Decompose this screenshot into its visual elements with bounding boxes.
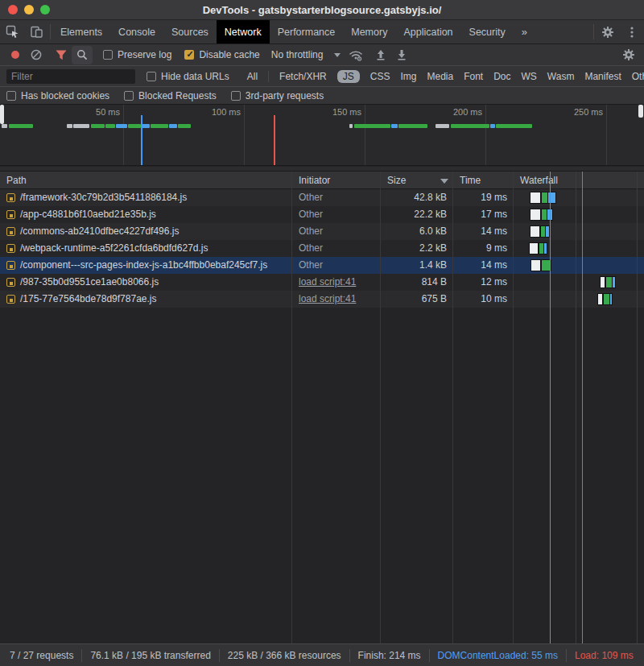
kebab-menu-icon — [630, 26, 634, 39]
table-row[interactable]: /175-77e7564bde78d9f787ae.jsload script:… — [0, 291, 644, 308]
waterfall-stalled-bar — [601, 277, 605, 287]
tab-performance[interactable]: Performance — [270, 20, 344, 43]
overview-load-line — [274, 115, 275, 165]
waterfall-waiting-bar — [542, 209, 547, 220]
waterfall-download-bar — [610, 294, 612, 304]
throttling-value: No throttling — [271, 49, 324, 60]
table-row[interactable]: /component---src-pages-index-js-a1bc4ffb… — [0, 257, 644, 274]
export-har-button[interactable] — [391, 46, 412, 64]
main-menu-button[interactable] — [620, 20, 644, 43]
column-header-time[interactable]: Time — [460, 172, 481, 189]
overview-right-handle[interactable] — [638, 105, 643, 118]
chevron-down-icon — [334, 53, 341, 57]
record-network-log-button[interactable] — [5, 46, 26, 64]
request-initiator-cell: Other — [292, 189, 381, 206]
grid-rows: /framework-30c79b2d3b5411886184.jsOther4… — [0, 189, 644, 308]
filter-type-other[interactable]: Other — [632, 70, 644, 83]
waterfall-download-bar — [544, 243, 547, 254]
filter-type-font[interactable]: Font — [464, 70, 483, 83]
tab-sources[interactable]: Sources — [163, 20, 217, 43]
status-item[interactable]: DOMContentLoaded: 55 ms — [429, 649, 566, 662]
overview-activity-bar — [169, 124, 177, 128]
disable-cache-checkbox[interactable]: Disable cache — [184, 49, 259, 60]
filter-toggle-button[interactable] — [51, 46, 72, 64]
overview-gridline — [123, 105, 124, 165]
3rd-party-requests-checkbox[interactable]: 3rd-party requests — [231, 90, 324, 101]
import-har-button[interactable] — [370, 46, 391, 64]
overview-activity-bar — [398, 124, 427, 128]
column-header-path[interactable]: Path — [6, 172, 27, 189]
tab-console[interactable]: Console — [110, 20, 163, 43]
throttling-select[interactable]: No throttling — [271, 49, 341, 60]
blocked-requests-checkbox[interactable]: Blocked Requests — [124, 90, 217, 101]
filter-type-all[interactable]: All — [247, 70, 258, 83]
initiator-link[interactable]: load script:41 — [299, 274, 381, 291]
more-tabs-button[interactable]: » — [514, 20, 535, 43]
overview-activity-bar — [178, 124, 191, 128]
hide-data-urls-label: Hide data URLs — [161, 71, 229, 82]
request-filter-row: Has blocked cookiesBlocked Requests3rd-p… — [0, 87, 644, 105]
network-overview-timeline[interactable]: 50 ms100 ms150 ms200 ms250 ms — [0, 105, 644, 166]
request-waterfall-cell — [514, 257, 644, 274]
filter-type-doc[interactable]: Doc — [493, 70, 510, 83]
table-row[interactable]: /commons-ab2410dfbec4227df496.jsOther6.0… — [0, 223, 644, 240]
filter-type-fetch-xhr[interactable]: Fetch/XHR — [279, 70, 327, 83]
filter-type-wasm[interactable]: Wasm — [547, 70, 575, 83]
filter-type-img[interactable]: Img — [400, 70, 416, 83]
initiator-link[interactable]: load script:41 — [299, 291, 381, 308]
settings-button[interactable] — [596, 20, 620, 43]
overview-activity-bar — [128, 124, 141, 128]
table-row[interactable]: /webpack-runtime-a5f2261cfda6bdfd627d.js… — [0, 240, 644, 257]
script-file-icon — [6, 193, 15, 202]
filter-type-css[interactable]: CSS — [370, 70, 390, 83]
overview-tick-label: 150 ms — [315, 107, 361, 117]
search-button[interactable] — [72, 46, 93, 64]
filter-type-manifest[interactable]: Manifest — [584, 70, 621, 83]
requests-grid: Path Initiator Size Time Waterfall /fram… — [0, 172, 644, 643]
initiator-text: Other — [299, 189, 381, 206]
preserve-log-checkbox[interactable]: Preserve log — [103, 49, 171, 60]
tab-security[interactable]: Security — [461, 20, 514, 43]
network-settings-button[interactable] — [618, 46, 639, 64]
tab-network[interactable]: Network — [217, 20, 270, 43]
has-blocked-cookies-checkbox[interactable]: Has blocked cookies — [6, 90, 109, 101]
checkbox-icon — [231, 91, 241, 101]
gear-icon — [622, 48, 635, 61]
overview-activity-bar — [67, 124, 72, 128]
table-row[interactable]: /987-35b0d9551ce1ae0b8066.jsload script:… — [0, 274, 644, 291]
overview-left-handle[interactable] — [0, 105, 4, 124]
tab-memory[interactable]: Memory — [343, 20, 395, 43]
resource-type-filters: AllFetch/XHRJSCSSImgMediaFontDocWSWasmMa… — [247, 70, 644, 83]
filter-type-ws[interactable]: WS — [522, 70, 537, 83]
devtools-tabbar: ElementsConsoleSourcesNetworkPerformance… — [0, 20, 644, 44]
network-conditions-button[interactable] — [345, 46, 366, 64]
column-header-size[interactable]: Size — [387, 172, 406, 189]
table-row[interactable]: /framework-30c79b2d3b5411886184.jsOther4… — [0, 189, 644, 206]
status-item[interactable]: Load: 109 ms — [566, 649, 642, 662]
request-size-cell: 1.4 kB — [381, 257, 453, 274]
filter-input[interactable] — [6, 69, 135, 84]
network-conditions-icon — [349, 49, 363, 61]
tab-elements[interactable]: Elements — [52, 20, 110, 43]
overview-gridline — [485, 105, 486, 165]
tabbar-right-controls — [592, 20, 644, 43]
inspect-element-button[interactable] — [0, 20, 24, 43]
clear-icon — [31, 49, 42, 60]
script-file-icon — [6, 261, 15, 270]
overview-activity-bar — [349, 124, 353, 128]
devtools-window: DevTools - gatsbystarterblogsource.gatsb… — [0, 0, 644, 666]
filter-type-media[interactable]: Media — [427, 70, 453, 83]
column-header-waterfall[interactable]: Waterfall — [520, 172, 558, 189]
checkbox-label: Has blocked cookies — [21, 90, 109, 101]
waterfall-download-bar — [547, 209, 552, 220]
hide-data-urls-checkbox[interactable]: Hide data URLs — [147, 71, 229, 82]
column-header-initiator[interactable]: Initiator — [299, 172, 330, 189]
request-waterfall-cell — [514, 189, 644, 206]
toggle-device-toolbar-button[interactable] — [24, 20, 48, 43]
table-row[interactable]: /app-c4881b6f10aebd21e35b.jsOther22.2 kB… — [0, 206, 644, 223]
filter-type-js[interactable]: JS — [337, 70, 360, 83]
tab-application[interactable]: Application — [395, 20, 460, 43]
clear-network-log-button[interactable] — [26, 46, 47, 64]
request-size-cell: 42.8 kB — [381, 189, 453, 206]
divider — [268, 71, 269, 82]
